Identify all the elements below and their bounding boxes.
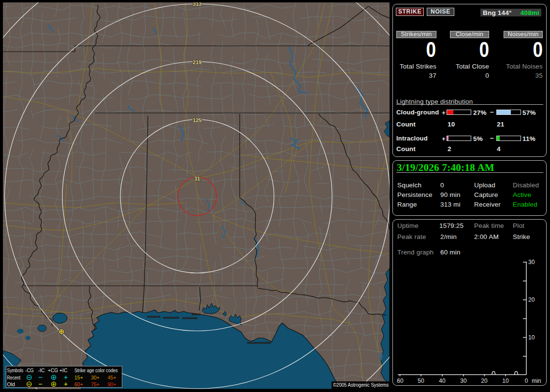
svg-text:15+: 15+	[74, 375, 83, 380]
svg-text:30+: 30+	[91, 375, 100, 380]
svg-text:313: 313	[193, 2, 202, 7]
svg-text:min: min	[532, 378, 541, 384]
svg-text:Symbols: Symbols	[7, 367, 24, 373]
svg-text:45+: 45+	[108, 375, 116, 380]
svg-text:50: 50	[418, 378, 424, 384]
svg-text:125: 125	[193, 117, 202, 123]
svg-text:Recent: Recent	[7, 375, 21, 380]
svg-text:+CG: +CG	[48, 367, 58, 373]
svg-text:0: 0	[525, 378, 528, 384]
svg-text:20: 20	[528, 296, 535, 303]
svg-text:30: 30	[460, 378, 467, 384]
svg-text:Old: Old	[7, 381, 15, 387]
svg-text:60: 60	[397, 378, 404, 384]
svg-text:-IC: -IC	[38, 367, 45, 373]
svg-text:219: 219	[193, 59, 202, 65]
svg-text:20: 20	[481, 378, 488, 384]
svg-text:Strike age color codes: Strike age color codes	[74, 367, 118, 373]
svg-text:31: 31	[194, 176, 200, 182]
svg-text:90+: 90+	[108, 381, 116, 387]
svg-text:60+: 60+	[74, 381, 83, 387]
svg-text:40: 40	[439, 378, 446, 384]
svg-text:30: 30	[528, 259, 535, 266]
svg-text:10: 10	[528, 334, 535, 341]
svg-text:75+: 75+	[91, 381, 100, 387]
svg-text:+IC: +IC	[59, 367, 68, 373]
svg-text:10: 10	[502, 378, 509, 384]
svg-text:-CG: -CG	[25, 367, 34, 373]
